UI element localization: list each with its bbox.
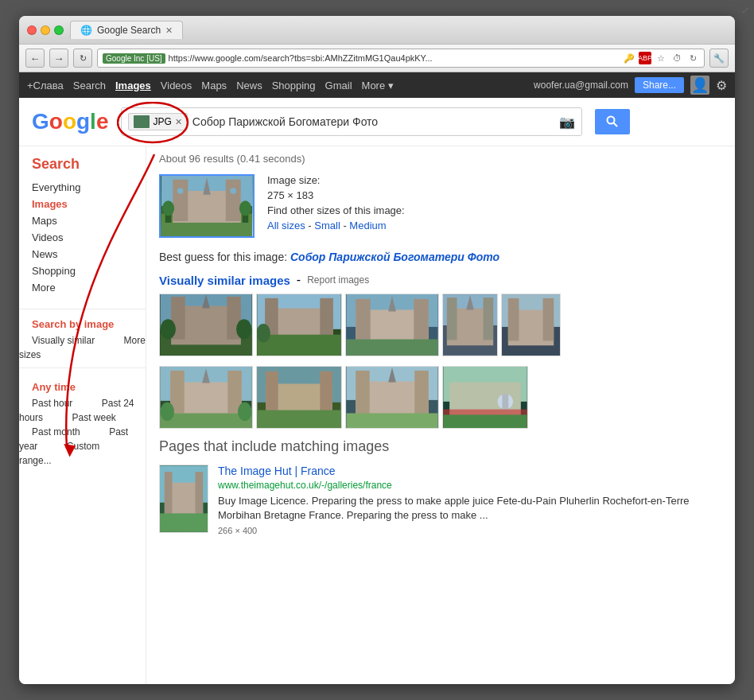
result-description: Buy Image Licence. Preparing the press t… — [218, 494, 722, 523]
camera-icon[interactable]: 📷 — [559, 115, 575, 130]
svg-rect-8 — [226, 180, 241, 221]
svg-point-11 — [230, 188, 236, 194]
result-thumbnail[interactable] — [159, 465, 208, 533]
sidebar-search-section: Search Everything Images Maps Videos New… — [19, 156, 146, 296]
search-query: Собор Парижской Богоматери Фото — [192, 115, 555, 128]
svg-rect-83 — [165, 472, 173, 516]
report-images-link[interactable]: Report images — [307, 274, 369, 286]
thumbnail-1[interactable] — [159, 294, 253, 356]
ssl-badge: Google Inc [US] — [103, 53, 165, 64]
toolbar-images[interactable]: Images — [115, 80, 151, 91]
toolbar-right: woofer.ua@gmail.com Share... 👤 ⚙ — [534, 76, 727, 95]
svg-rect-43 — [447, 298, 457, 340]
address-bar[interactable]: Google Inc [US] https://www.google.com/s… — [97, 49, 705, 68]
svg-rect-70 — [414, 371, 429, 414]
svg-rect-49 — [508, 298, 519, 341]
browser-tab[interactable]: 🌐 Google Search ✕ — [70, 21, 183, 39]
thumbnail-8[interactable] — [345, 366, 439, 429]
source-image-container — [159, 174, 255, 238]
tab-close-button[interactable]: ✕ — [165, 25, 173, 36]
image-info-block: Image size: 275 × 183 Find other sizes o… — [159, 174, 722, 238]
toolbar-more[interactable]: More ▾ — [362, 80, 394, 91]
sidebar-search-by-image[interactable]: Search by image — [19, 316, 146, 332]
visually-similar-link[interactable]: Visually similar images — [159, 274, 290, 287]
toolbar-slava[interactable]: +Слава — [27, 80, 64, 91]
thumbnail-6[interactable] — [159, 366, 253, 429]
toolbar-search[interactable]: Search — [73, 80, 106, 91]
best-guess-label: Best guess for this image: — [159, 251, 287, 263]
sidebar-item-more[interactable]: More — [32, 279, 133, 296]
svg-rect-77 — [502, 394, 508, 409]
result-item: The Image Hut | France www.theimagehut.c… — [159, 465, 722, 535]
best-guess-link[interactable]: Собор Парижской Богоматери Фото — [290, 251, 499, 263]
sidebar-past-hour[interactable]: Past hour — [19, 396, 85, 410]
toolbar-news[interactable]: News — [236, 80, 262, 91]
thumbnail-4[interactable] — [442, 294, 498, 356]
star-icon[interactable]: ☆ — [655, 52, 667, 64]
main-content: Search Everything Images Maps Videos New… — [19, 146, 735, 684]
wrench-icon[interactable]: 🔧 — [709, 49, 729, 68]
toolbar-videos[interactable]: Videos — [161, 80, 192, 91]
pages-title: Pages that include matching images — [159, 438, 722, 455]
forward-button[interactable]: → — [49, 49, 68, 68]
results-count: About 96 results (0.41 seconds) — [159, 153, 722, 165]
search-button[interactable] — [595, 109, 630, 134]
sidebar-divider-2 — [19, 368, 146, 368]
sidebar-item-shopping[interactable]: Shopping — [32, 262, 133, 279]
key-icon: 🔑 — [623, 52, 635, 64]
sidebar-item-everything[interactable]: Everything — [32, 179, 133, 196]
adblock-icon: ABP — [639, 52, 651, 64]
jpg-label: JPG — [153, 116, 171, 127]
medium-sizes-link[interactable]: Medium — [349, 220, 386, 231]
sidebar-past-week[interactable]: Past week — [59, 410, 128, 425]
sidebar-item-videos[interactable]: Videos — [32, 229, 133, 246]
svg-line-2 — [614, 123, 618, 127]
find-other-label: Find other sizes of this image: — [267, 204, 405, 216]
title-bar: 🌐 Google Search ✕ ⤢ — [19, 16, 735, 45]
maximize-button[interactable] — [54, 25, 64, 35]
sidebar-item-maps[interactable]: Maps — [32, 212, 133, 229]
svg-rect-64 — [320, 371, 332, 415]
result-title-link[interactable]: The Image Hut | France — [218, 465, 722, 477]
thumbnail-2[interactable] — [256, 294, 342, 356]
sidebar-past-month[interactable]: Past month — [19, 425, 93, 439]
refresh-small-icon[interactable]: ↻ — [686, 52, 699, 64]
size-links: All sizes - Small - Medium — [267, 220, 405, 231]
sidebar-item-news[interactable]: News — [32, 246, 133, 262]
share-button[interactable]: Share... — [635, 77, 684, 93]
back-button[interactable]: ← — [25, 49, 45, 68]
image-details: Image size: 275 × 183 Find other sizes o… — [267, 174, 405, 238]
minimize-button[interactable] — [41, 25, 50, 35]
toolbar-maps[interactable]: Maps — [201, 80, 227, 91]
jpg-thumbnail — [134, 115, 150, 128]
small-sizes-link[interactable]: Small — [314, 220, 340, 231]
sidebar-search-title: Search — [32, 156, 133, 173]
sidebar-any-time[interactable]: Any time — [19, 375, 146, 395]
thumbnail-9[interactable] — [442, 366, 528, 429]
search-input-wrapper: JPG ✕ Собор Парижской Богоматери Фото 📷 — [121, 107, 582, 136]
toolbar-gmail[interactable]: Gmail — [325, 80, 352, 91]
thumbnail-3[interactable] — [345, 294, 439, 356]
source-image[interactable] — [159, 174, 255, 238]
sidebar-item-images[interactable]: Images — [32, 196, 133, 212]
svg-point-10 — [177, 188, 184, 194]
jpg-tag: JPG ✕ — [128, 113, 187, 130]
jpg-remove-button[interactable]: ✕ — [175, 117, 182, 127]
toolbar-shopping[interactable]: Shopping — [272, 80, 316, 91]
content-area: Google JPG ✕ Собор Парижской Богоматери … — [19, 98, 735, 684]
svg-rect-7 — [173, 180, 188, 221]
thumbnail-5[interactable] — [501, 294, 561, 356]
close-button[interactable] — [27, 25, 37, 35]
history-icon[interactable]: ⏱ — [670, 52, 683, 64]
settings-icon[interactable]: ⚙ — [716, 78, 727, 93]
svg-point-15 — [239, 200, 251, 216]
svg-rect-79 — [443, 414, 527, 428]
svg-point-58 — [160, 402, 174, 421]
refresh-button[interactable]: ↻ — [73, 49, 92, 68]
all-sizes-link[interactable]: All sizes — [267, 220, 305, 231]
image-dimensions: 275 × 183 — [267, 189, 405, 201]
address-icons: 🔑 ABP ☆ ⏱ ↻ — [623, 52, 699, 64]
thumbnail-7[interactable] — [256, 366, 342, 429]
svg-rect-65 — [257, 410, 340, 428]
sidebar-visually-similar[interactable]: Visually similar — [19, 333, 107, 348]
